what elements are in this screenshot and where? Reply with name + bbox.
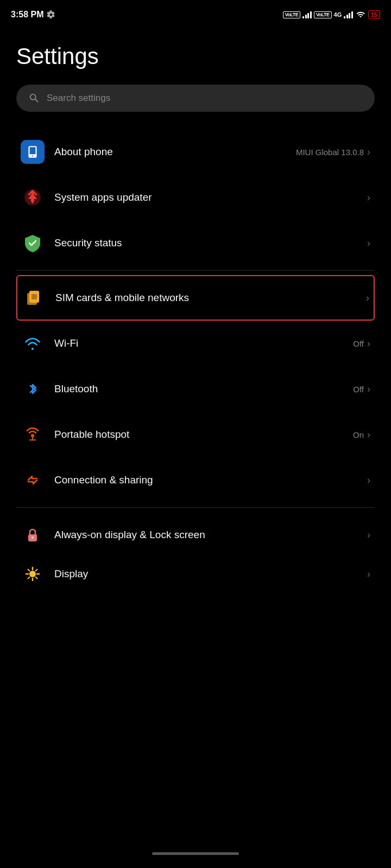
status-icons: VoLTE VoLTE 4G 15 bbox=[283, 10, 380, 19]
bluetooth-chevron: › bbox=[367, 384, 370, 395]
bluetooth-icon bbox=[21, 377, 45, 401]
settings-item-sim-cards[interactable]: SIM cards & mobile networks › bbox=[16, 275, 375, 321]
about-phone-icon bbox=[21, 140, 45, 164]
settings-item-system-apps-updater[interactable]: System apps updater › bbox=[16, 175, 375, 220]
security-status-label: Security status bbox=[54, 237, 367, 250]
settings-item-about-phone[interactable]: About phone MIUI Global 13.0.8 › bbox=[16, 129, 375, 175]
always-on-display-right: › bbox=[367, 529, 370, 541]
hotspot-label: Portable hotspot bbox=[54, 428, 353, 442]
gear-icon bbox=[47, 10, 55, 19]
wifi-text: Wi-Fi bbox=[54, 337, 353, 350]
display-icon bbox=[21, 562, 45, 586]
settings-item-wifi[interactable]: Wi-Fi Off › bbox=[16, 321, 375, 366]
about-phone-label: About phone bbox=[54, 145, 296, 159]
search-placeholder: Search settings bbox=[47, 93, 110, 104]
signal-bars-1 bbox=[302, 11, 312, 18]
settings-item-bluetooth[interactable]: Bluetooth Off › bbox=[16, 366, 375, 412]
hotspot-right: On › bbox=[353, 429, 370, 441]
lock-icon bbox=[21, 523, 45, 547]
connection-sharing-label: Connection & sharing bbox=[54, 474, 367, 487]
svg-line-18 bbox=[36, 570, 37, 571]
about-phone-chevron: › bbox=[367, 146, 370, 158]
wifi-value: Off bbox=[353, 339, 364, 348]
hotspot-chevron: › bbox=[367, 429, 370, 441]
bottom-nav-bar bbox=[0, 844, 391, 868]
svg-point-9 bbox=[31, 537, 34, 539]
always-on-display-text: Always-on display & Lock screen bbox=[54, 528, 367, 542]
wifi-label: Wi-Fi bbox=[54, 337, 353, 350]
sim-icon bbox=[22, 286, 46, 310]
settings-item-always-on-display[interactable]: Always-on display & Lock screen › bbox=[16, 512, 375, 558]
sim-cards-label: SIM cards & mobile networks bbox=[55, 291, 366, 305]
sim-cards-text: SIM cards & mobile networks bbox=[55, 291, 366, 305]
about-phone-right: MIUI Global 13.0.8 › bbox=[296, 146, 370, 158]
settings-list: About phone MIUI Global 13.0.8 › bbox=[16, 129, 375, 590]
svg-rect-6 bbox=[31, 294, 37, 299]
display-label: Display bbox=[54, 567, 367, 581]
system-apps-icon bbox=[21, 186, 45, 209]
signal-bars-2 bbox=[344, 11, 353, 18]
about-phone-value: MIUI Global 13.0.8 bbox=[296, 148, 364, 157]
battery-indicator: 15 bbox=[368, 10, 380, 19]
divider-2 bbox=[16, 507, 375, 508]
about-phone-text: About phone bbox=[54, 145, 296, 159]
svg-line-15 bbox=[28, 570, 30, 571]
volte-badge-1: VoLTE bbox=[283, 11, 301, 18]
display-text: Display bbox=[54, 567, 367, 581]
security-status-right: › bbox=[367, 238, 370, 249]
security-icon bbox=[21, 231, 45, 255]
divider-1 bbox=[16, 270, 375, 271]
sim-cards-right: › bbox=[366, 292, 369, 304]
main-content: Settings Search settings About phone MIU… bbox=[0, 27, 391, 590]
search-icon bbox=[28, 92, 40, 104]
connection-sharing-right: › bbox=[367, 475, 370, 486]
wifi-right: Off › bbox=[353, 338, 370, 349]
svg-line-16 bbox=[36, 577, 37, 579]
search-bar[interactable]: Search settings bbox=[16, 85, 375, 112]
bluetooth-label: Bluetooth bbox=[54, 382, 353, 396]
bottom-nav-pill[interactable] bbox=[152, 852, 239, 855]
system-apps-text: System apps updater bbox=[54, 191, 367, 205]
volte-badge-2: VoLTE bbox=[314, 11, 332, 18]
settings-item-hotspot[interactable]: Portable hotspot On › bbox=[16, 412, 375, 457]
wifi-status-icon bbox=[355, 10, 366, 19]
system-apps-right: › bbox=[367, 192, 370, 203]
display-right: › bbox=[367, 569, 370, 580]
connection-sharing-chevron: › bbox=[367, 475, 370, 486]
svg-line-17 bbox=[28, 577, 30, 579]
wifi-icon bbox=[21, 331, 45, 355]
system-apps-label: System apps updater bbox=[54, 191, 367, 205]
connection-icon bbox=[21, 468, 45, 492]
wifi-chevron: › bbox=[367, 338, 370, 349]
bluetooth-right: Off › bbox=[353, 384, 370, 395]
status-time: 3:58 PM bbox=[11, 10, 55, 20]
hotspot-value: On bbox=[353, 430, 364, 439]
bluetooth-text: Bluetooth bbox=[54, 382, 353, 396]
settings-item-security-status[interactable]: Security status › bbox=[16, 220, 375, 266]
sim-cards-chevron: › bbox=[366, 292, 369, 304]
system-apps-chevron: › bbox=[367, 192, 370, 203]
security-status-text: Security status bbox=[54, 237, 367, 250]
hotspot-icon bbox=[21, 423, 45, 446]
always-on-display-chevron: › bbox=[367, 529, 370, 541]
network-type: 4G bbox=[334, 11, 342, 18]
svg-rect-3 bbox=[31, 199, 34, 202]
settings-item-display[interactable]: Display › bbox=[16, 558, 375, 590]
page-title: Settings bbox=[16, 43, 375, 69]
connection-sharing-text: Connection & sharing bbox=[54, 474, 367, 487]
always-on-display-label: Always-on display & Lock screen bbox=[54, 528, 367, 542]
security-status-chevron: › bbox=[367, 238, 370, 249]
bluetooth-value: Off bbox=[353, 385, 364, 394]
svg-point-10 bbox=[29, 571, 36, 577]
settings-item-connection-sharing[interactable]: Connection & sharing › bbox=[16, 457, 375, 503]
status-bar: 3:58 PM VoLTE VoLTE 4G 15 bbox=[0, 0, 391, 27]
hotspot-text: Portable hotspot bbox=[54, 428, 353, 442]
display-chevron: › bbox=[367, 569, 370, 580]
